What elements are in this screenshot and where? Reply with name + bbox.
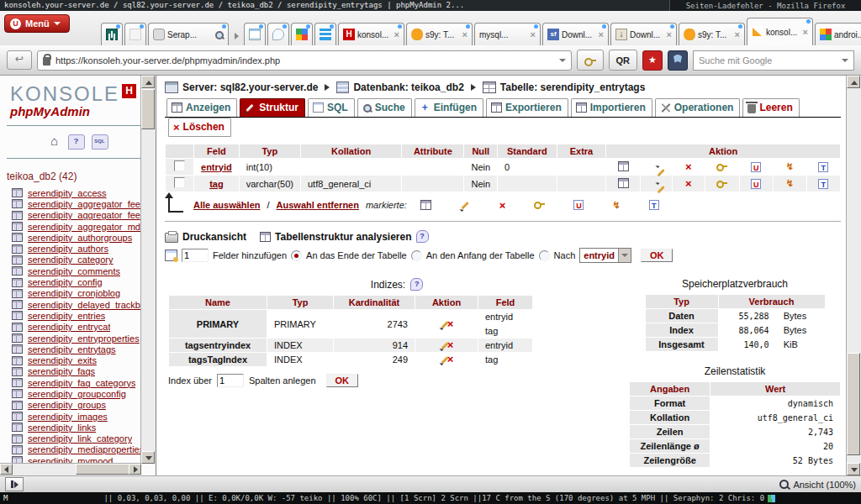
table-link[interactable]: serendipity_entryproperties <box>28 333 140 344</box>
drop-x-icon[interactable]: × <box>447 353 454 365</box>
tab-suche[interactable]: Suche <box>357 98 412 117</box>
tab-einfuegen[interactable]: +Einfügen <box>415 98 483 117</box>
drop-x-icon[interactable]: × <box>499 201 506 210</box>
tab-mysql[interactable]: mysql... × <box>474 23 541 45</box>
table-list-item[interactable]: serendipity_category <box>12 255 156 265</box>
fulltext-icon[interactable]: T <box>649 200 659 210</box>
table-link[interactable]: serendipity_images <box>28 412 108 422</box>
check-all-link[interactable]: Alle auswählen <box>193 200 260 210</box>
scrollbar-thumb[interactable] <box>847 353 860 455</box>
table-link[interactable]: serendipity_access <box>28 188 107 198</box>
password-key-button[interactable] <box>577 50 604 71</box>
row-checkbox[interactable] <box>174 160 185 171</box>
analyze-structure-link[interactable]: Tabellenstruktur analysieren ? <box>260 230 429 243</box>
close-icon[interactable]: × <box>531 30 536 39</box>
qr-button[interactable]: QR <box>609 50 638 71</box>
browse-values-icon[interactable] <box>618 178 629 188</box>
table-link[interactable]: serendipity_faq_categorys <box>28 378 135 388</box>
scroll-down-button[interactable] <box>847 463 860 475</box>
create-index-ok-button[interactable]: OK <box>326 374 359 387</box>
close-icon[interactable]: × <box>462 30 467 39</box>
database-label[interactable]: Datenbank: teikoa_db2 <box>353 81 463 93</box>
browse-values-icon[interactable] <box>618 161 629 171</box>
app-tab-green[interactable] <box>101 23 123 45</box>
scroll-right-button[interactable] <box>129 464 141 475</box>
url-bar[interactable]: https://konsoleh.your-server.de/phpmyadm… <box>37 50 572 71</box>
tab-s9y-1[interactable]: s9y: T... × <box>406 23 473 45</box>
primary-key-icon[interactable] <box>716 164 727 171</box>
browse-values-icon[interactable] <box>420 200 431 210</box>
primary-key-icon[interactable] <box>534 202 545 208</box>
tab-operationen[interactable]: Operationen <box>655 98 741 117</box>
scrollbar-thumb[interactable] <box>76 464 135 475</box>
scroll-down-button[interactable] <box>141 451 155 464</box>
table-link[interactable]: serendipity_exits <box>28 355 97 365</box>
radio-table-end[interactable] <box>291 250 302 261</box>
tab-struktur[interactable]: Struktur <box>240 98 305 117</box>
search-input[interactable]: Suche mit Google <box>693 50 854 71</box>
table-link[interactable]: serendipity_mediaproperties <box>28 444 144 454</box>
breadcrumb-database[interactable]: Datenbank: teikoa_db2 <box>336 81 463 93</box>
radio-table-begin[interactable] <box>411 250 422 261</box>
back-button[interactable]: ↩ <box>7 50 32 70</box>
field-link[interactable]: tag <box>209 179 224 189</box>
unique-icon[interactable]: U <box>573 200 584 210</box>
row-checkbox[interactable] <box>174 177 185 188</box>
scroll-up-button[interactable] <box>141 76 155 88</box>
table-list-item[interactable]: serendipity_groups <box>12 400 156 411</box>
table-list-item[interactable]: serendipity_groupconfig <box>12 388 156 399</box>
table-link[interactable]: serendipity_authorgroups <box>28 233 132 243</box>
close-icon[interactable]: × <box>735 30 740 39</box>
table-list-item[interactable]: serendipity_aggregator_feedcat <box>12 198 156 209</box>
url-text[interactable]: https://konsoleh.your-server.de/phpmyadm… <box>55 55 280 66</box>
table-list-item[interactable]: serendipity_links <box>12 422 156 433</box>
table-link[interactable]: serendipity_aggregator_feeds <box>28 210 151 220</box>
help-icon[interactable]: ? <box>410 278 423 291</box>
tab-sql[interactable]: SQL <box>308 98 355 117</box>
table-list-item[interactable]: serendipity_faqs <box>12 366 156 377</box>
scroll-left-button[interactable] <box>0 464 13 475</box>
table-list-item[interactable]: serendipity_aggregator_feeds <box>12 210 156 221</box>
panel-toggle-button[interactable] <box>5 477 24 491</box>
url-dropdown-icon[interactable] <box>559 59 566 62</box>
sql-window-icon[interactable]: SQL <box>92 134 108 150</box>
scroll-up-button[interactable] <box>847 76 860 88</box>
table-link[interactable]: serendipity_entries <box>28 311 105 321</box>
radio-table-end-label[interactable]: An das Ende der Tabelle <box>306 250 407 260</box>
help-icon[interactable]: ? <box>68 134 85 150</box>
table-link[interactable]: serendipity_groups <box>28 400 106 410</box>
field-link[interactable]: entryid <box>201 162 232 172</box>
breadcrumb-server[interactable]: Server: sql82.your-server.de <box>165 81 318 93</box>
after-field-select[interactable]: entryid <box>579 248 631 263</box>
edit-pencil-icon[interactable] <box>460 200 471 211</box>
table-link[interactable]: serendipity_category <box>28 255 114 265</box>
tab-exportieren[interactable]: Exportieren <box>486 98 568 117</box>
table-link[interactable]: serendipity_aggregator_md5 <box>28 222 145 232</box>
table-list-item[interactable]: serendipity_entrycat <box>12 322 156 333</box>
add-fields-ok-button[interactable]: OK <box>641 249 673 262</box>
table-link[interactable]: serendipity_comments <box>28 266 120 276</box>
tab-loeschen[interactable]: ×Löschen <box>168 118 231 137</box>
home-icon[interactable]: ⌂ <box>48 134 61 148</box>
radio-table-begin-label[interactable]: An den Anfang der Tabelle <box>426 250 535 260</box>
table-list-item[interactable]: serendipity_delayed_trackbacks <box>12 299 156 310</box>
scrollbar-thumb[interactable] <box>141 89 155 129</box>
table-link[interactable]: serendipity_faqs <box>28 366 95 376</box>
help-icon[interactable]: ? <box>416 230 429 243</box>
unique-icon[interactable]: U <box>751 179 761 189</box>
tab-download[interactable]: ↓ Downl... × <box>610 23 677 45</box>
drop-x-icon[interactable]: × <box>447 318 454 330</box>
table-label[interactable]: Tabelle: serendipity_entrytags <box>500 81 646 93</box>
zoom-indicator[interactable]: Ansicht (100%) <box>779 480 856 490</box>
table-list-item[interactable]: serendipity_faq_categorys <box>12 377 156 388</box>
table-list-item[interactable]: serendipity_authorgroups <box>12 232 156 243</box>
close-icon[interactable]: × <box>599 30 604 39</box>
fulltext-icon[interactable]: T <box>818 179 828 189</box>
search-engine-dropdown-icon[interactable] <box>842 59 848 62</box>
breadcrumb-table[interactable]: Tabelle: serendipity_entrytags <box>483 81 646 93</box>
table-list-item[interactable]: serendipity_aggregator_md5 <box>12 221 156 232</box>
table-list-item[interactable]: serendipity_cronjoblog <box>12 288 156 299</box>
firefox-menu-button[interactable]: U Menü <box>4 14 70 33</box>
icon-tab-bars[interactable] <box>314 23 336 45</box>
table-list-item[interactable]: serendipity_authors <box>12 243 156 254</box>
